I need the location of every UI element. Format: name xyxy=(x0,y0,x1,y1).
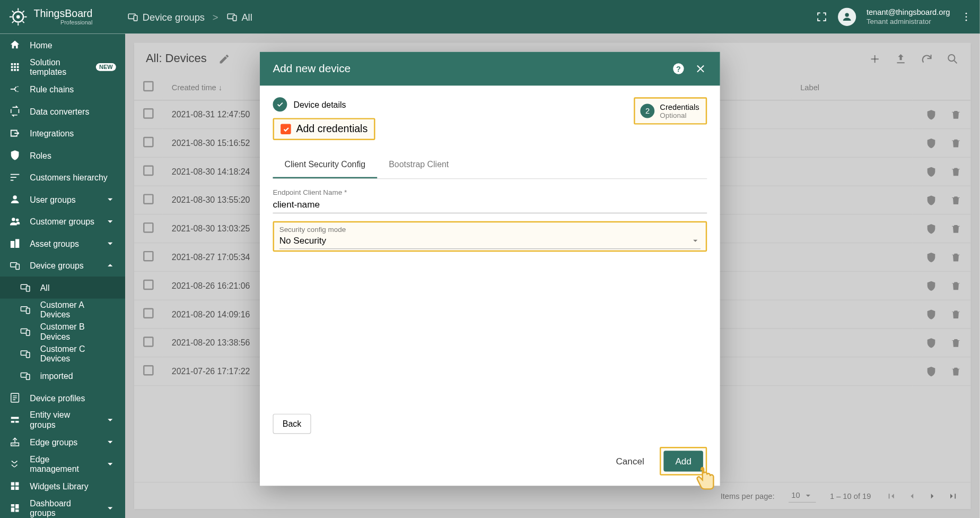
svg-point-9 xyxy=(966,20,967,21)
sidebar-item-asset-groups[interactable]: Asset groups xyxy=(0,232,125,254)
chevron-down-icon xyxy=(104,237,116,249)
step-credentials[interactable]: 2 Credentials Optional xyxy=(634,97,707,124)
svg-text:?: ? xyxy=(676,65,681,73)
more-button[interactable] xyxy=(960,11,972,23)
settings-in-icon xyxy=(9,458,21,470)
sidebar-item-data-converters[interactable]: Data converters xyxy=(0,100,125,122)
branch-icon xyxy=(9,83,21,94)
sidebar-item-rule-chains[interactable]: Rule chains xyxy=(0,78,125,100)
sidebar-item-label: Customers hierarchy xyxy=(30,172,108,182)
view-icon xyxy=(9,414,21,426)
fullscreen-button[interactable] xyxy=(816,11,828,23)
topbar: ThingsBoard Professional Device groups >… xyxy=(0,0,980,34)
sidebar-item-edge-groups[interactable]: Edge groups xyxy=(0,430,125,453)
sidebar: HomeSolution templatesNEWRule chainsData… xyxy=(0,34,125,518)
sort-icon xyxy=(9,171,21,183)
sidebar-item-integrations[interactable]: Integrations xyxy=(0,122,125,144)
sidebar-item-label: Rule chains xyxy=(30,84,74,93)
cancel-button[interactable]: Cancel xyxy=(611,451,650,471)
svg-rect-24 xyxy=(26,374,29,379)
security-config-value: No Security xyxy=(279,236,690,246)
sidebar-item-dashboard-groups[interactable]: Dashboard groups xyxy=(0,497,125,518)
profile-icon xyxy=(9,392,21,403)
back-button[interactable]: Back xyxy=(273,414,311,434)
help-button[interactable]: ? xyxy=(672,62,685,75)
sidebar-item-customer-a-devices[interactable]: Customer A Devices xyxy=(0,298,125,321)
tab-bootstrap-client[interactable]: Bootstrap Client xyxy=(377,152,460,178)
close-button[interactable] xyxy=(694,62,707,75)
breadcrumb-current[interactable]: All xyxy=(226,11,252,23)
sidebar-item-customers-hierarchy[interactable]: Customers hierarchy xyxy=(0,166,125,188)
svg-rect-22 xyxy=(26,352,29,357)
tab-client-security[interactable]: Client Security Config xyxy=(273,152,377,178)
sidebar-item-label: User groups xyxy=(30,194,76,204)
sidebar-item-edge-management[interactable]: Edge management xyxy=(0,453,125,475)
check-icon xyxy=(273,97,287,111)
chevron-down-icon xyxy=(104,436,116,447)
user-email: tenant@thingsboard.org xyxy=(867,8,950,18)
sidebar-item-roles[interactable]: Roles xyxy=(0,144,125,166)
dashboard-icon xyxy=(9,502,21,514)
app-edition: Professional xyxy=(34,20,93,26)
sidebar-item-label: Widgets Library xyxy=(30,481,88,490)
convert-icon xyxy=(9,105,21,117)
chevron-down-icon xyxy=(104,193,116,205)
sidebar-item-customer-groups[interactable]: Customer groups xyxy=(0,210,125,232)
sidebar-item-device-profiles[interactable]: Device profiles xyxy=(0,386,125,409)
devices-sub-icon xyxy=(20,370,31,382)
sidebar-item-customer-b-devices[interactable]: Customer B Devices xyxy=(0,321,125,343)
add-credentials-toggle[interactable]: Add credentials xyxy=(273,118,375,140)
sidebar-item-user-groups[interactable]: User groups xyxy=(0,188,125,210)
security-config-mode-field[interactable]: Security config mode No Security xyxy=(273,221,707,252)
chevron-down-icon xyxy=(104,502,116,514)
sidebar-item-device-groups[interactable]: Device groups xyxy=(0,254,125,277)
credentials-tabs: Client Security Config Bootstrap Client xyxy=(273,152,707,179)
devices-sub-icon xyxy=(20,325,31,337)
breadcrumb-group[interactable]: Device groups xyxy=(127,11,205,23)
logo[interactable]: ThingsBoard Professional xyxy=(8,6,127,27)
sidebar-item-label: Device profiles xyxy=(30,393,85,402)
endpoint-client-name-input[interactable] xyxy=(273,196,707,213)
devices-sub-icon xyxy=(20,348,31,359)
sidebar-item-label: imported xyxy=(40,370,73,380)
domain-icon xyxy=(9,237,21,249)
add-button-primary[interactable]: Add xyxy=(663,451,703,471)
user-role: Tenant administrator xyxy=(867,17,950,25)
add-device-dialog: Add new device ? Device details Add cred… xyxy=(260,52,720,486)
sidebar-item-label: Device groups xyxy=(30,261,84,270)
sidebar-item-entity-view-groups[interactable]: Entity view groups xyxy=(0,409,125,431)
sidebar-item-solution-templates[interactable]: Solution templatesNEW xyxy=(0,56,125,78)
svg-rect-5 xyxy=(233,15,236,21)
app-name: ThingsBoard xyxy=(34,8,93,20)
sidebar-item-home[interactable]: Home xyxy=(0,34,125,56)
logo-icon xyxy=(8,6,29,27)
user-icon xyxy=(9,193,21,205)
sidebar-item-label: Customer B Devices xyxy=(40,322,116,341)
checkbox-checked-icon xyxy=(281,124,291,134)
sidebar-item-label: Customer A Devices xyxy=(40,300,116,320)
sidebar-item-imported[interactable]: imported xyxy=(0,365,125,387)
sidebar-item-label: Solution templates xyxy=(30,57,87,77)
svg-point-7 xyxy=(966,13,967,14)
devices-icon xyxy=(127,11,139,23)
chevron-down-icon xyxy=(104,458,116,470)
new-badge: NEW xyxy=(96,63,116,71)
step-device-details[interactable]: Device details xyxy=(273,97,375,111)
sidebar-item-customer-c-devices[interactable]: Customer C Devices xyxy=(0,342,125,365)
sidebar-item-label: Customer C Devices xyxy=(40,344,116,364)
chevron-down-icon xyxy=(104,414,116,426)
widgets-icon xyxy=(9,480,21,491)
sidebar-item-label: Data converters xyxy=(30,106,89,116)
dialog-title: Add new device xyxy=(273,62,663,75)
devices-sub-icon xyxy=(20,281,31,293)
sidebar-item-label: Dashboard groups xyxy=(30,498,95,517)
sidebar-item-all[interactable]: All xyxy=(0,277,125,299)
svg-point-8 xyxy=(966,16,967,18)
sidebar-item-label: Customer groups xyxy=(30,217,94,226)
sidebar-item-label: Integrations xyxy=(30,128,74,137)
avatar[interactable] xyxy=(838,8,856,26)
devices-icon xyxy=(226,11,238,23)
svg-rect-16 xyxy=(26,286,29,291)
sidebar-item-widgets-library[interactable]: Widgets Library xyxy=(0,475,125,497)
svg-rect-18 xyxy=(26,308,29,313)
